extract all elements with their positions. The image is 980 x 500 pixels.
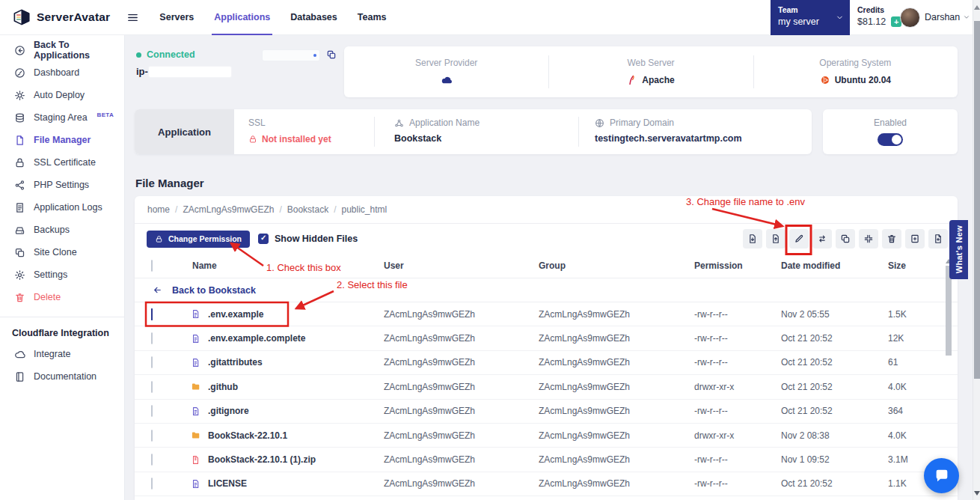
sidebar-item-staging-area[interactable]: Staging AreaBETA [0, 106, 124, 129]
user-name: Darshan [925, 12, 960, 22]
file-size: 12K [872, 333, 958, 344]
breadcrumb-zacmlngas9mwgezh[interactable]: ZAcmLngAs9mwGEZh [183, 204, 274, 215]
row-checkbox[interactable] [151, 430, 153, 442]
sidebar-item-label: Documentation [34, 371, 97, 382]
file-row-bookstack-22-10-1-1-zip[interactable]: BookStack-22.10.1 (1).zipZAcmLngAs9mwGEZ… [135, 448, 958, 472]
column-header-size: Size [872, 260, 958, 271]
page-scrollbar-thumb[interactable] [974, 21, 980, 379]
brand[interactable]: ServerAvatar [0, 9, 110, 25]
file-row-license[interactable]: LICENSEZAcmLngAs9mwGEZhZAcmLngAs9mwGEZh-… [135, 472, 958, 496]
sidebar-item-file-manager[interactable]: File Manager [0, 129, 124, 151]
file-row-env-example-complete[interactable]: .env.example.completeZAcmLngAs9mwGEZhZAc… [135, 326, 958, 350]
row-checkbox[interactable] [151, 381, 153, 393]
new-file-button[interactable] [928, 229, 948, 249]
breadcrumb-home[interactable]: home [147, 204, 170, 215]
file-name: .env.example.complete [208, 333, 306, 344]
table-scrollbar-thumb[interactable] [946, 266, 952, 356]
sidebar-back-to-applications[interactable]: Back To Applications [0, 39, 124, 61]
move-arrows-button[interactable] [812, 229, 832, 249]
lock-icon [248, 135, 257, 144]
file-permission: drwxr-xr-x [679, 382, 765, 392]
file-row-gitignore[interactable]: .gitignoreZAcmLngAs9mwGEZhZAcmLngAs9mwGE… [135, 400, 958, 424]
file-group: ZAcmLngAs9mwGEZh [523, 309, 679, 320]
scroll-up-icon[interactable] [974, 5, 980, 10]
sidebar-item-backups[interactable]: Backups [0, 219, 124, 241]
sidebar-item-ssl-certificate[interactable]: SSL Certificate [0, 151, 124, 174]
compress-button[interactable] [859, 229, 878, 249]
file-size: 4.0K [872, 430, 958, 441]
download-file-button[interactable] [743, 229, 762, 249]
row-checkbox[interactable] [151, 405, 153, 417]
file-row-env-example[interactable]: .env.exampleZAcmLngAs9mwGEZhZAcmLngAs9mw… [135, 302, 958, 326]
sidebar-item-documentation[interactable]: Documentation [0, 365, 124, 388]
tab-application[interactable]: Application [135, 109, 234, 154]
enabled-toggle[interactable] [878, 133, 903, 146]
column-header-group: Group [523, 260, 679, 271]
sidebar-item-php-settings[interactable]: PHP Settings [0, 174, 124, 196]
file-modified: Oct 21 20:52 [765, 382, 872, 392]
whats-new-tab[interactable]: What's New [949, 220, 968, 279]
new-note-icon [910, 234, 920, 244]
file-row-github[interactable]: .githubZAcmLngAs9mwGEZhZAcmLngAs9mwGEZhd… [135, 375, 958, 399]
nav-applications[interactable]: Applications [214, 0, 270, 35]
back-to-bookstack-link[interactable]: Back to Bookstack [135, 278, 958, 302]
sidebar-item-site-clone[interactable]: Site Clone [0, 241, 124, 263]
folder-icon [191, 430, 200, 440]
user-avatar[interactable] [900, 7, 920, 28]
cursor-dot-icon [313, 54, 316, 57]
page-scrollbar[interactable] [973, 0, 980, 500]
show-hidden-checkbox[interactable] [258, 234, 269, 244]
scroll-down-icon[interactable] [974, 491, 980, 496]
app-name-icon [394, 118, 404, 128]
team-selector[interactable]: Team my server [771, 0, 850, 35]
breadcrumb-public-html[interactable]: public_html [341, 204, 387, 215]
enabled-card: Enabled [823, 109, 958, 154]
nav-teams[interactable]: Teams [358, 0, 387, 35]
change-permission-button[interactable]: Change Permission [147, 231, 250, 248]
nav-servers[interactable]: Servers [159, 0, 194, 35]
compress-icon [863, 234, 874, 244]
row-checkbox[interactable] [151, 356, 153, 368]
row-checkbox[interactable] [151, 454, 153, 466]
file-name-cell: .gitignore [177, 406, 368, 416]
rename-pencil-button[interactable] [789, 229, 809, 249]
file-name-cell: BookStack-22.10.1 [177, 430, 368, 441]
file-user: ZAcmLngAs9mwGEZh [368, 357, 523, 368]
new-note-button[interactable] [905, 229, 925, 249]
cloud-provider-icon [441, 74, 453, 86]
sidebar-item-label: Application Logs [34, 202, 102, 213]
file-permission: -rw-r--r-- [679, 309, 765, 320]
upload-file-button[interactable] [766, 229, 785, 249]
copy-icon[interactable] [326, 49, 337, 60]
sidebar-item-delete[interactable]: Delete [0, 286, 124, 308]
row-checkbox[interactable] [151, 308, 153, 320]
application-bar: Application SSL Not installed yet Applic… [135, 109, 812, 154]
status-label: Connected [147, 49, 195, 60]
select-all-checkbox[interactable] [151, 260, 153, 272]
file-row-bookstack-22-10-1[interactable]: BookStack-22.10.1ZAcmLngAs9mwGEZhZAcmLng… [135, 424, 958, 448]
fm-toolbar-icons [743, 229, 948, 249]
show-hidden-files-toggle[interactable]: Show Hidden Files [258, 234, 358, 244]
row-checkbox[interactable] [151, 332, 153, 344]
nav-databases[interactable]: Databases [290, 0, 337, 35]
sidebar-item-label: Integrate [34, 349, 70, 359]
chat-widget-button[interactable] [924, 458, 959, 493]
file-user: ZAcmLngAs9mwGEZh [368, 382, 523, 392]
file-name: .env.example [208, 309, 263, 320]
sidebar-item-auto-deploy[interactable]: Auto Deploy [0, 84, 124, 106]
file-modified: Nov 2 05:55 [765, 309, 872, 320]
trash-button[interactable] [882, 229, 901, 249]
app-name-value: Bookstack [394, 133, 480, 144]
brand-name: ServerAvatar [37, 10, 110, 24]
sidebar-item-application-logs[interactable]: Application Logs [0, 196, 124, 219]
web-server-col: Web Server Apache [548, 46, 753, 97]
copy-button[interactable] [836, 229, 855, 249]
user-menu[interactable]: Darshan [925, 12, 970, 22]
sidebar-item-dashboard[interactable]: Dashboard [0, 61, 124, 84]
breadcrumb-bookstack[interactable]: Bookstack [287, 204, 328, 215]
sidebar-item-integrate[interactable]: Integrate [0, 343, 124, 365]
file-row-gitattributes[interactable]: .gitattributesZAcmLngAs9mwGEZhZAcmLngAs9… [135, 351, 958, 375]
row-checkbox[interactable] [151, 478, 153, 490]
sidebar-item-settings[interactable]: Settings [0, 263, 124, 286]
hamburger-menu-icon[interactable] [126, 11, 139, 24]
